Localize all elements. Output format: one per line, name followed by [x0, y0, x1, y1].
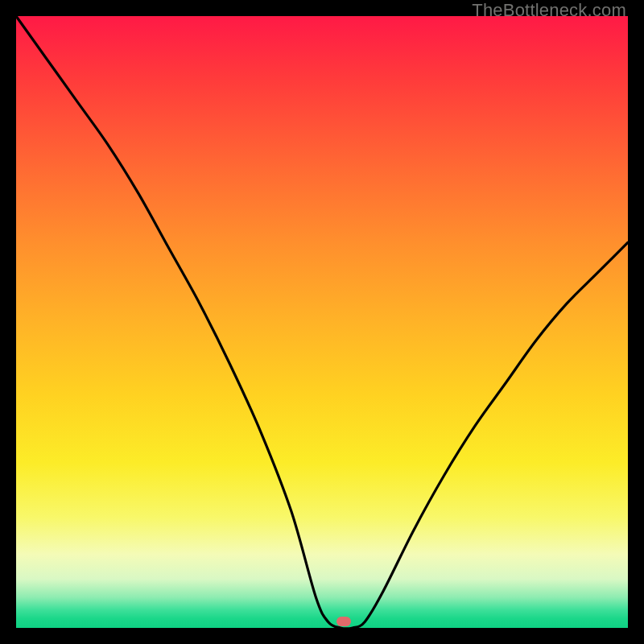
watermark-text: TheBottleneck.com: [472, 0, 626, 21]
plot-area: [16, 16, 628, 628]
optimal-point-marker: [336, 617, 351, 626]
bottleneck-curve: [16, 16, 628, 628]
chart-frame: TheBottleneck.com: [0, 0, 644, 644]
